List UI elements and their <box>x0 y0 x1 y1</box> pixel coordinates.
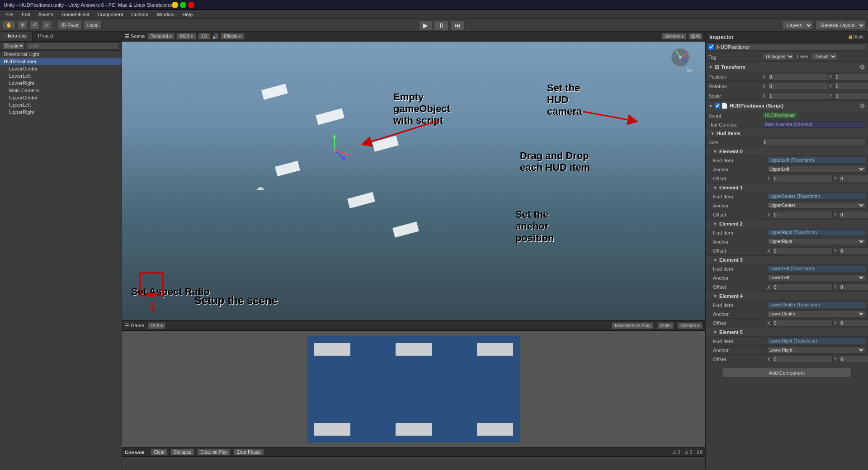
menu-window[interactable]: Window <box>153 11 178 18</box>
element-2-hud-item-value[interactable]: UpperRight (Transform) <box>767 229 865 236</box>
game-tab-label[interactable]: ☰ Game <box>125 323 144 329</box>
step-button[interactable]: ⏭ <box>450 20 465 30</box>
element-1-header[interactable]: ▼ Element 1 <box>706 183 868 192</box>
element-4-header[interactable]: ▼ Element 4 <box>706 292 868 301</box>
element-3-anchor-dropdown[interactable]: LowerLeft <box>767 274 865 281</box>
hudpositioner-section-header[interactable]: ▼ 📄 HUDPositioner (Script) ⚙ <box>706 101 868 111</box>
element-4-hud-item-value[interactable]: LowerCenter (Transform) <box>767 301 865 308</box>
hierarchy-item-upper-left[interactable]: UpperLeft <box>0 101 122 108</box>
menu-help[interactable]: Help <box>179 11 196 18</box>
layer-dropdown[interactable]: Default <box>811 53 837 61</box>
mode-2d-button[interactable]: 2D <box>198 33 210 40</box>
menu-edit[interactable]: Edit <box>18 11 34 18</box>
scale-y-input[interactable] <box>835 92 868 99</box>
rotation-y-input[interactable] <box>835 83 868 90</box>
minimize-button[interactable] <box>172 2 178 8</box>
hudpositioner-active-checkbox[interactable] <box>715 103 720 108</box>
tool-hand[interactable]: ✋ <box>3 21 15 30</box>
tool-scale[interactable]: ⤢ <box>42 21 52 30</box>
hierarchy-item-hud-positioner[interactable]: HUDPositioner <box>0 58 122 65</box>
object-active-checkbox[interactable] <box>708 44 714 50</box>
element-0-offset-x[interactable] <box>773 175 833 182</box>
position-y-input[interactable] <box>835 73 868 80</box>
transform-settings-icon[interactable]: ⚙ <box>859 63 865 70</box>
maximize-on-play-button[interactable]: Maximize on Play <box>612 322 653 329</box>
object-name-input[interactable] <box>715 43 865 51</box>
element-1-offset-y[interactable] <box>839 211 868 218</box>
menu-assets[interactable]: Assets <box>35 11 57 18</box>
tab-hierarchy[interactable]: Hierarchy <box>0 32 33 41</box>
transform-section-header[interactable]: ▼ ⊞ Transform ⚙ <box>706 62 868 72</box>
menu-component[interactable]: Component <box>94 11 127 18</box>
scale-x-input[interactable] <box>768 92 828 99</box>
element-0-header[interactable]: ▼ Element 0 <box>706 147 868 156</box>
element-5-header[interactable]: ▼ Element 5 <box>706 328 868 337</box>
element-4-offset-x[interactable] <box>773 320 833 327</box>
pause-button[interactable]: ⏸ <box>434 20 448 30</box>
tool-rotate[interactable]: ↺ <box>29 21 40 30</box>
element-2-anchor-dropdown[interactable]: UpperRight <box>767 238 865 245</box>
script-ref-value[interactable]: HUDPositioner <box>763 112 797 119</box>
tab-project[interactable]: Project <box>33 32 59 41</box>
menu-file[interactable]: File <box>2 11 17 18</box>
console-clear-on-play-button[interactable]: Clear on Play <box>197 449 231 456</box>
size-input[interactable] <box>763 139 865 146</box>
element-5-hud-item-value[interactable]: LowerRight (Transform) <box>767 338 865 344</box>
effects-button[interactable]: Effects ▾ <box>221 33 244 40</box>
scene-search-input[interactable]: @All <box>689 33 703 40</box>
hud-items-section-header[interactable]: ▼ Hud Items <box>706 129 868 138</box>
console-clear-button[interactable]: Clear <box>151 449 168 456</box>
position-x-input[interactable] <box>768 73 828 80</box>
element-3-hud-item-value[interactable]: LowerLeft (Transform) <box>767 265 865 272</box>
hierarchy-item-lower-left[interactable]: LowerLeft <box>0 72 122 80</box>
hierarchy-item-lower-center[interactable]: LowerCenter <box>0 65 122 72</box>
window-controls[interactable] <box>172 2 194 8</box>
element-5-offset-x[interactable] <box>773 356 833 363</box>
stats-button[interactable]: Stats <box>657 322 674 329</box>
add-component-button[interactable]: Add Component <box>722 368 852 378</box>
gizmos-button-game[interactable]: Gizmos ▾ <box>677 322 703 329</box>
local-button[interactable]: Local <box>84 21 102 30</box>
hierarchy-item-lower-right[interactable]: LowerRight <box>0 80 122 87</box>
hierarchy-item-upper-right[interactable]: UpperRight <box>0 108 122 116</box>
element-3-header[interactable]: ▼ Element 3 <box>706 256 868 264</box>
close-button[interactable] <box>188 2 194 8</box>
console-error-pause-button[interactable]: Error Pause <box>233 449 264 456</box>
menu-gameobject[interactable]: GameObject <box>58 11 93 18</box>
hierarchy-item-upper-center[interactable]: UpperCenter <box>0 94 122 101</box>
gizmos-button-scene[interactable]: Gizmos ▾ <box>661 33 687 40</box>
element-3-offset-y[interactable] <box>839 283 868 291</box>
element-1-anchor-dropdown[interactable]: UpperCenter <box>767 202 865 209</box>
audio-button[interactable]: 🔊 <box>212 33 219 40</box>
hierarchy-item-directional-light[interactable]: Directional Light <box>0 51 122 58</box>
element-3-offset-x[interactable] <box>773 283 833 291</box>
element-0-offset-y[interactable] <box>839 175 868 182</box>
element-5-offset-y[interactable] <box>839 356 868 363</box>
console-collapse-button[interactable]: Collapse <box>170 449 194 456</box>
element-2-offset-x[interactable] <box>773 247 833 254</box>
hudpositioner-settings-icon[interactable]: ⚙ <box>859 102 865 109</box>
element-4-offset-y[interactable] <box>839 320 868 327</box>
element-0-hud-item-value[interactable]: UpperLeft (Transform) <box>767 157 865 164</box>
element-1-offset-x[interactable] <box>773 211 833 218</box>
menu-custom[interactable]: Custom <box>127 11 152 18</box>
maximize-button[interactable] <box>180 2 186 8</box>
hud-camera-value[interactable]: Main Camera (Camera) <box>763 121 865 128</box>
render-mode-dropdown[interactable]: Textured ▾ <box>147 33 175 40</box>
tool-move[interactable]: ✛ <box>17 21 28 30</box>
play-button[interactable]: ▶ <box>419 20 432 30</box>
element-0-anchor-dropdown[interactable]: UpperLeft <box>767 166 865 173</box>
rotation-x-input[interactable] <box>768 83 828 90</box>
element-4-anchor-dropdown[interactable]: LowerCenter <box>767 310 865 317</box>
scene-tab-label[interactable]: ☰ Scene <box>125 33 145 39</box>
tag-dropdown[interactable]: Untagged <box>763 53 794 61</box>
color-mode-dropdown[interactable]: RGB ▾ <box>176 33 196 40</box>
pivot-button[interactable]: ⦿ Pivot <box>58 21 82 30</box>
hierarchy-search-input[interactable] <box>26 42 119 50</box>
create-button[interactable]: Create ▾ <box>3 42 24 50</box>
layers-dropdown[interactable]: Layers <box>782 21 813 30</box>
aspect-dropdown[interactable]: 16:9 ▾ <box>148 322 165 329</box>
element-2-offset-y[interactable] <box>839 247 868 254</box>
element-1-hud-item-value[interactable]: UpperCenter (Transform) <box>767 193 865 200</box>
hierarchy-item-main-camera[interactable]: Main Camera <box>0 87 122 94</box>
